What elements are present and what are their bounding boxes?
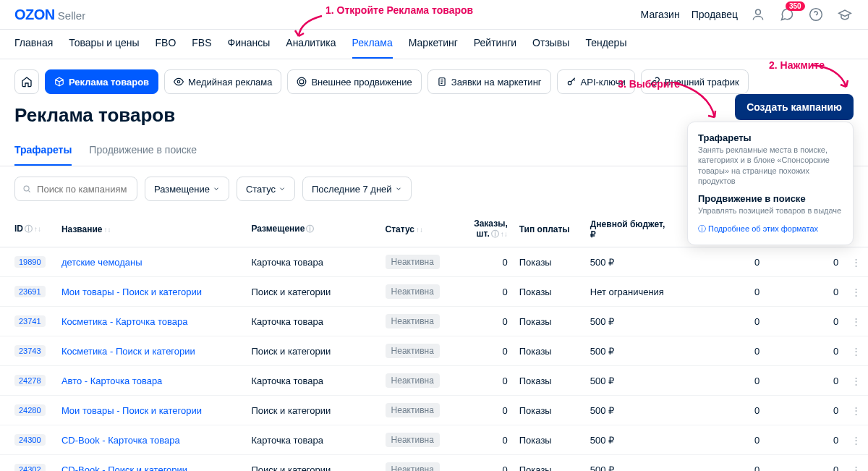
campaign-id[interactable]: 24302 bbox=[14, 464, 46, 471]
cell-c2: 0 bbox=[765, 277, 844, 307]
campaign-id[interactable]: 23743 bbox=[14, 345, 46, 357]
campaign-name-link[interactable]: детские чемоданы bbox=[61, 257, 142, 268]
graduate-icon[interactable] bbox=[836, 6, 854, 23]
nav-реклама[interactable]: Реклама bbox=[352, 37, 393, 59]
cell-c2: 0 bbox=[765, 425, 844, 455]
campaign-name-link[interactable]: Авто - Карточка товара bbox=[61, 375, 162, 386]
nav-маркетинг[interactable]: Маркетинг bbox=[409, 37, 458, 59]
campaign-name-link[interactable]: Мои товары - Поиск и категории bbox=[61, 405, 202, 416]
table-row: 24280 Мои товары - Поиск и категории Пои… bbox=[0, 396, 868, 425]
svg-point-6 bbox=[568, 81, 571, 85]
cell-orders: 0 bbox=[459, 336, 514, 366]
chip-внешнее-продвижение[interactable]: Внешнее продвижение bbox=[287, 69, 421, 94]
nav-fbo[interactable]: FBO bbox=[156, 37, 176, 59]
filter-размещение[interactable]: Размещение bbox=[145, 177, 229, 201]
campaign-id[interactable]: 24280 bbox=[14, 404, 46, 416]
nav-тендеры[interactable]: Тендеры bbox=[585, 37, 626, 59]
notif-badge: 350 bbox=[786, 1, 805, 11]
cell-pay: Показы bbox=[514, 396, 584, 425]
cell-pay: Показы bbox=[514, 455, 584, 472]
chip-реклама-товаров[interactable]: Реклама товаров bbox=[45, 69, 158, 94]
chip-заявки-на-маркетинг[interactable]: Заявки на маркетинг bbox=[427, 69, 551, 94]
chip-api-ключи[interactable]: API-ключи bbox=[557, 69, 635, 94]
popup-option-search-promo[interactable]: Продвижение в поиске Управлять позицией … bbox=[698, 193, 843, 216]
cell-place: Карточка товара bbox=[245, 425, 379, 455]
nav-аналитика[interactable]: Аналитика bbox=[286, 37, 336, 59]
campaign-id[interactable]: 23691 bbox=[14, 286, 46, 297]
status-badge: Неактивна bbox=[386, 462, 440, 471]
row-menu-button[interactable]: ⋮ bbox=[844, 455, 868, 472]
svg-point-2 bbox=[177, 80, 180, 83]
cell-budget: 500 ₽ bbox=[584, 307, 679, 336]
nav-рейтинги[interactable]: Рейтинги bbox=[474, 37, 516, 59]
nav-товары и цены[interactable]: Товары и цены bbox=[69, 37, 139, 59]
search-input[interactable] bbox=[37, 184, 129, 195]
cell-pay: Показы bbox=[514, 307, 584, 336]
cell-pay: Показы bbox=[514, 336, 584, 366]
link-icon bbox=[650, 77, 660, 87]
search-input-wrap[interactable] bbox=[14, 177, 137, 201]
row-menu-button[interactable]: ⋮ bbox=[844, 336, 868, 366]
campaign-id[interactable]: 23741 bbox=[14, 315, 46, 327]
col-orders[interactable]: Заказы, шт.ⓘ↑↓ bbox=[459, 211, 514, 247]
nav-финансы[interactable]: Финансы bbox=[228, 37, 271, 59]
chat-icon[interactable]: 350 bbox=[778, 6, 796, 23]
target-icon bbox=[297, 77, 307, 87]
cell-c1: 0 bbox=[679, 307, 766, 336]
row-menu-button[interactable]: ⋮ bbox=[844, 277, 868, 307]
tab-1[interactable]: Продвижение в поиске bbox=[89, 137, 197, 166]
col-name[interactable]: Название↑↓ bbox=[56, 211, 246, 247]
nav-отзывы[interactable]: Отзывы bbox=[532, 37, 569, 59]
col-budget: Дневной бюджет, ₽ bbox=[584, 211, 679, 247]
top-link-seller[interactable]: Продавец bbox=[692, 9, 738, 20]
popup-more-link[interactable]: Подробнее об этих форматах bbox=[698, 224, 818, 233]
nav-главная[interactable]: Главная bbox=[14, 37, 53, 59]
cell-budget: 500 ₽ bbox=[584, 425, 679, 455]
key-icon bbox=[566, 77, 576, 87]
table-row: 19890 детские чемоданы Карточка товара Н… bbox=[0, 247, 868, 277]
row-menu-button[interactable]: ⋮ bbox=[844, 396, 868, 425]
chip-медийная-реклама[interactable]: Медийная реклама bbox=[164, 69, 281, 94]
col-id[interactable]: IDⓘ↑↓ bbox=[0, 211, 56, 247]
nav-fbs[interactable]: FBS bbox=[192, 37, 211, 59]
campaign-name-link[interactable]: Косметика - Поиск и категории bbox=[61, 346, 195, 357]
home-button[interactable] bbox=[14, 69, 39, 94]
filter-последние-7-дней[interactable]: Последние 7 дней bbox=[302, 177, 412, 201]
campaign-id[interactable]: 24278 bbox=[14, 375, 46, 386]
campaign-name-link[interactable]: CD-Book - Карточка товара bbox=[61, 435, 180, 446]
status-badge: Неактивна bbox=[386, 344, 440, 358]
cell-c1: 0 bbox=[679, 366, 766, 396]
status-badge: Неактивна bbox=[386, 373, 440, 388]
tab-0[interactable]: Трафареты bbox=[14, 137, 72, 166]
campaign-name-link[interactable]: Косметика - Карточка товара bbox=[61, 316, 188, 327]
col-status[interactable]: Статус↑↓ bbox=[380, 211, 459, 247]
cell-pay: Показы bbox=[514, 425, 584, 455]
filter-статус[interactable]: Статус bbox=[237, 177, 295, 201]
cell-c2: 0 bbox=[765, 307, 844, 336]
campaign-id[interactable]: 24300 bbox=[14, 434, 46, 446]
chip-внешний-трафик[interactable]: Внешний трафик bbox=[641, 69, 749, 94]
create-campaign-button[interactable]: Создать кампанию bbox=[735, 94, 854, 120]
cell-c1: 0 bbox=[679, 336, 766, 366]
cell-c2: 0 bbox=[765, 366, 844, 396]
svg-point-3 bbox=[298, 77, 307, 86]
help-icon[interactable] bbox=[807, 6, 825, 23]
chevron-down-icon bbox=[278, 185, 286, 192]
col-place: Размещениеⓘ bbox=[245, 211, 379, 247]
cell-budget: Нет ограничения bbox=[584, 277, 679, 307]
row-menu-button[interactable]: ⋮ bbox=[844, 247, 868, 277]
row-menu-button[interactable]: ⋮ bbox=[844, 307, 868, 336]
row-menu-button[interactable]: ⋮ bbox=[844, 425, 868, 455]
user-icon[interactable] bbox=[749, 6, 767, 23]
campaign-id[interactable]: 19890 bbox=[14, 256, 46, 268]
popup-option-templates[interactable]: Трафареты Занять рекламные места в поиск… bbox=[698, 132, 843, 186]
campaign-name-link[interactable]: Мои товары - Поиск и категории bbox=[61, 287, 202, 297]
cell-c2: 0 bbox=[765, 247, 844, 277]
cell-place: Поиск и категории bbox=[245, 396, 379, 425]
cell-budget: 500 ₽ bbox=[584, 366, 679, 396]
svg-point-7 bbox=[24, 186, 29, 191]
row-menu-button[interactable]: ⋮ bbox=[844, 366, 868, 396]
brand-logo: OZON bbox=[14, 7, 55, 23]
campaign-name-link[interactable]: CD-Book - Поиск и категории bbox=[61, 464, 187, 472]
top-link-shop[interactable]: Магазин bbox=[641, 9, 680, 20]
